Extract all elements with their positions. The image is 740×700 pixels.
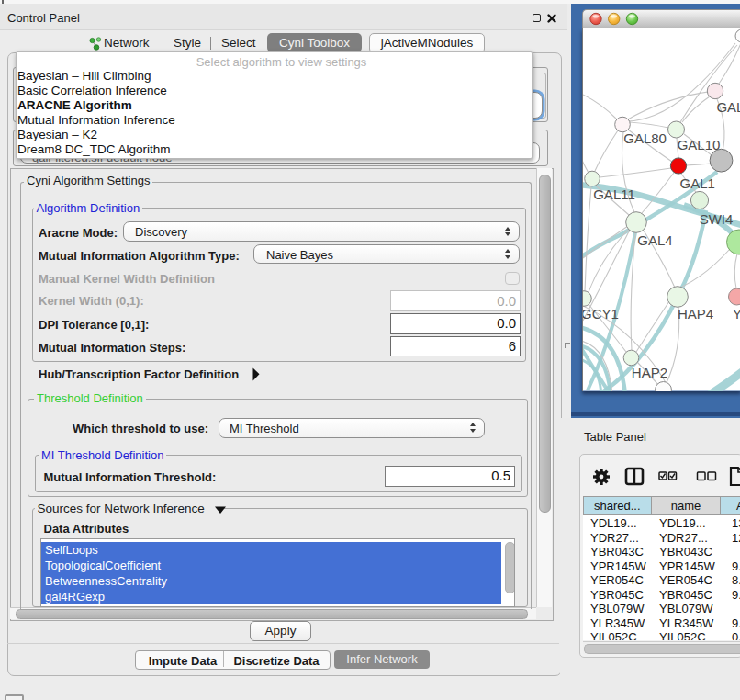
svg-text:GAL4: GAL4 (637, 232, 672, 248)
svg-text:GAL7: GAL7 (716, 99, 740, 115)
svg-text:GAL10: GAL10 (678, 137, 721, 152)
svg-text:GAL80: GAL80 (623, 130, 667, 146)
svg-text:GAL11: GAL11 (593, 186, 635, 202)
svg-text:HAP2: HAP2 (632, 365, 667, 380)
svg-text:GAL1: GAL1 (680, 175, 715, 191)
svg-text:GCY1: GCY1 (582, 306, 619, 322)
svg-text:Y: Y (733, 306, 740, 322)
svg-text:HAP4: HAP4 (678, 306, 713, 322)
svg-text:SWI4: SWI4 (700, 211, 734, 227)
